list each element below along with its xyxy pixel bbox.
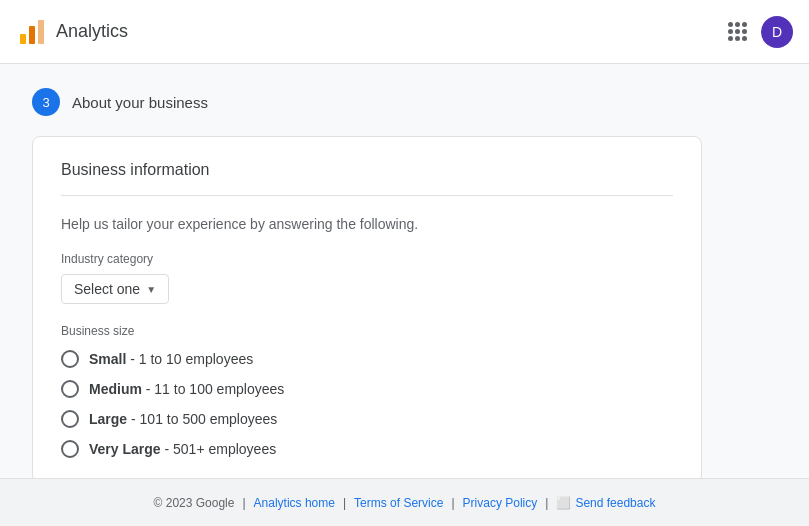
radio-medium[interactable] xyxy=(61,380,79,398)
logo: Analytics xyxy=(16,16,128,48)
header: Analytics D xyxy=(0,0,809,64)
header-actions: D xyxy=(725,16,793,48)
size-medium-label: Medium - 11 to 100 employees xyxy=(89,381,284,397)
size-large-label: Large - 101 to 500 employees xyxy=(89,411,277,427)
industry-dropdown[interactable]: Select one ▼ xyxy=(61,274,169,304)
svg-rect-0 xyxy=(20,34,26,44)
size-very-large[interactable]: Very Large - 501+ employees xyxy=(61,440,673,458)
terms-link[interactable]: Terms of Service xyxy=(354,496,443,510)
copyright: © 2023 Google xyxy=(154,496,235,510)
size-very-large-label: Very Large - 501+ employees xyxy=(89,441,276,457)
main-content: 3 About your business Business informati… xyxy=(0,64,809,507)
radio-large[interactable] xyxy=(61,410,79,428)
svg-rect-1 xyxy=(29,26,35,44)
card-description: Help us tailor your experience by answer… xyxy=(61,216,673,232)
business-size-label: Business size xyxy=(61,324,673,338)
privacy-link[interactable]: Privacy Policy xyxy=(463,496,538,510)
size-small[interactable]: Small - 1 to 10 employees xyxy=(61,350,673,368)
feedback-icon: ⬜ xyxy=(556,496,571,510)
user-avatar[interactable]: D xyxy=(761,16,793,48)
size-medium[interactable]: Medium - 11 to 100 employees xyxy=(61,380,673,398)
size-small-label: Small - 1 to 10 employees xyxy=(89,351,253,367)
radio-small[interactable] xyxy=(61,350,79,368)
step-number: 3 xyxy=(32,88,60,116)
radio-very-large[interactable] xyxy=(61,440,79,458)
step-label: About your business xyxy=(72,94,208,111)
business-info-card: Business information Help us tailor your… xyxy=(32,136,702,483)
chevron-down-icon: ▼ xyxy=(146,284,156,295)
footer: © 2023 Google | Analytics home | Terms o… xyxy=(0,478,809,526)
svg-rect-2 xyxy=(38,20,44,44)
card-title: Business information xyxy=(61,161,673,196)
apps-grid-icon[interactable] xyxy=(725,20,749,44)
size-large[interactable]: Large - 101 to 500 employees xyxy=(61,410,673,428)
business-size-options: Small - 1 to 10 employees Medium - 11 to… xyxy=(61,350,673,458)
feedback-label: Send feedback xyxy=(575,496,655,510)
analytics-home-link[interactable]: Analytics home xyxy=(254,496,335,510)
step-indicator: 3 About your business xyxy=(32,88,777,116)
industry-placeholder: Select one xyxy=(74,281,140,297)
analytics-icon xyxy=(16,16,48,48)
app-title: Analytics xyxy=(56,21,128,42)
industry-label: Industry category xyxy=(61,252,673,266)
feedback-button[interactable]: ⬜ Send feedback xyxy=(556,496,655,510)
